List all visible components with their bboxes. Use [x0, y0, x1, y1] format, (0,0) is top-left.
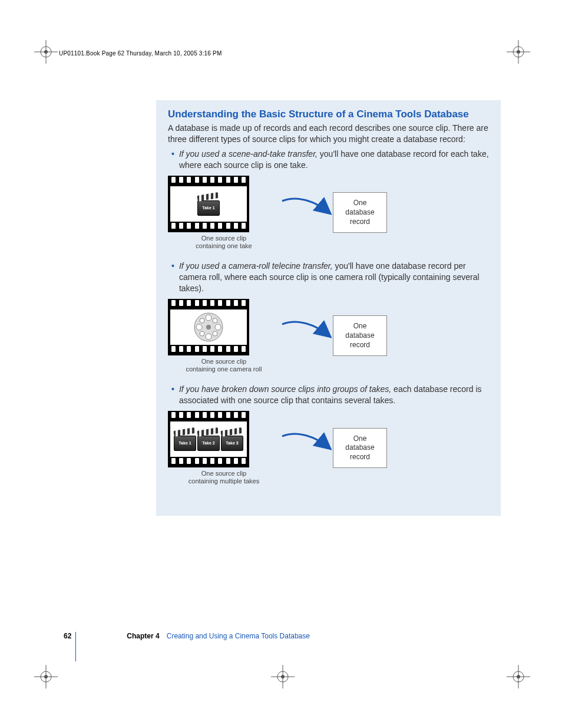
record-line: record [350, 341, 370, 349]
slate-icon: Take 1 [174, 427, 196, 451]
svg-point-27 [213, 318, 217, 323]
content-box: Understanding the Basic Structure of a C… [156, 100, 501, 516]
caption-line: One source clip [201, 358, 246, 365]
record-line: One [353, 199, 367, 207]
slate-icon: Take 1 [198, 192, 219, 216]
record-box: One database record [333, 315, 387, 356]
crop-mark-tr [507, 40, 530, 64]
record-line: database [345, 331, 374, 340]
filmstrip-icon [168, 299, 249, 355]
print-header: UP01101.Book Page 62 Thursday, March 10,… [59, 50, 222, 57]
crop-mark-br [507, 665, 530, 689]
bullet-lead: If you used a camera-roll telecine trans… [179, 261, 333, 271]
chapter-label: Chapter 4 [127, 632, 159, 640]
bullet-dot: • [171, 261, 174, 294]
record-line: record [350, 218, 370, 226]
svg-point-29 [213, 331, 217, 336]
arrow-icon [280, 430, 333, 466]
svg-point-25 [215, 324, 221, 330]
caption-line: containing one take [196, 242, 252, 249]
arrow-icon [280, 318, 333, 354]
caption-line: One source clip [201, 470, 246, 477]
page-number: 62 [64, 632, 71, 640]
bullet-dot: • [171, 384, 174, 406]
record-box: One database record [333, 428, 387, 469]
caption-line: One source clip [201, 235, 246, 242]
diagram-caption: One source clip containing multiple take… [168, 470, 280, 485]
caption-line: containing one camera roll [186, 365, 262, 373]
record-line: database [345, 208, 374, 216]
crop-mark-bl [34, 665, 58, 689]
diagram-caption: One source clip containing one camera ro… [168, 358, 280, 373]
svg-point-23 [206, 334, 211, 340]
filmstrip-icon: Take 1 Take 2 Take 3 [168, 411, 249, 467]
diagram-1: Take 1 One source clip containing one ta… [168, 176, 489, 250]
svg-point-21 [206, 325, 211, 330]
section-title: Understanding the Basic Structure of a C… [168, 108, 489, 120]
svg-point-22 [206, 315, 211, 321]
bullet-lead: If you have broken down source clips int… [179, 384, 391, 394]
page-footer: 62 Chapter 4 Creating and Using a Cinema… [64, 632, 310, 640]
diagram-3: Take 1 Take 2 Take 3 One source clip con… [168, 411, 489, 485]
bullet-item: • If you have broken down source clips i… [169, 384, 489, 406]
record-line: One [353, 322, 367, 330]
svg-point-28 [200, 331, 204, 336]
bullet-item: • If you used a camera-roll telecine tra… [169, 261, 489, 294]
bullet-lead: If you used a scene-and-take transfer, [179, 149, 318, 159]
record-box: One database record [333, 192, 387, 233]
svg-point-26 [200, 318, 204, 323]
slate-label: Take 1 [178, 441, 191, 445]
intro-paragraph: A database is made up of records and eac… [168, 123, 489, 145]
slate-icon: Take 2 [198, 427, 219, 451]
slate-label: Take 1 [202, 206, 214, 210]
caption-line: containing multiple takes [189, 477, 259, 485]
slate-label: Take 2 [202, 441, 214, 445]
record-line: database [345, 443, 374, 452]
svg-point-24 [196, 324, 202, 330]
slate-label: Take 3 [226, 441, 238, 445]
filmstrip-icon: Take 1 [168, 176, 249, 232]
chapter-title: Creating and Using a Cinema Tools Databa… [167, 632, 310, 640]
slate-icon: Take 3 [222, 427, 243, 451]
diagram-2: One source clip containing one camera ro… [168, 299, 489, 373]
arrow-icon [280, 195, 333, 230]
bullet-item: • If you used a scene-and-take transfer,… [169, 149, 489, 171]
crop-mark-bc [271, 665, 295, 689]
diagram-caption: One source clip containing one take [168, 235, 280, 250]
bullet-dot: • [171, 149, 174, 171]
record-line: record [350, 453, 370, 461]
film-reel-icon [193, 312, 224, 342]
record-line: One [353, 434, 367, 443]
crop-mark-tl [34, 40, 58, 64]
